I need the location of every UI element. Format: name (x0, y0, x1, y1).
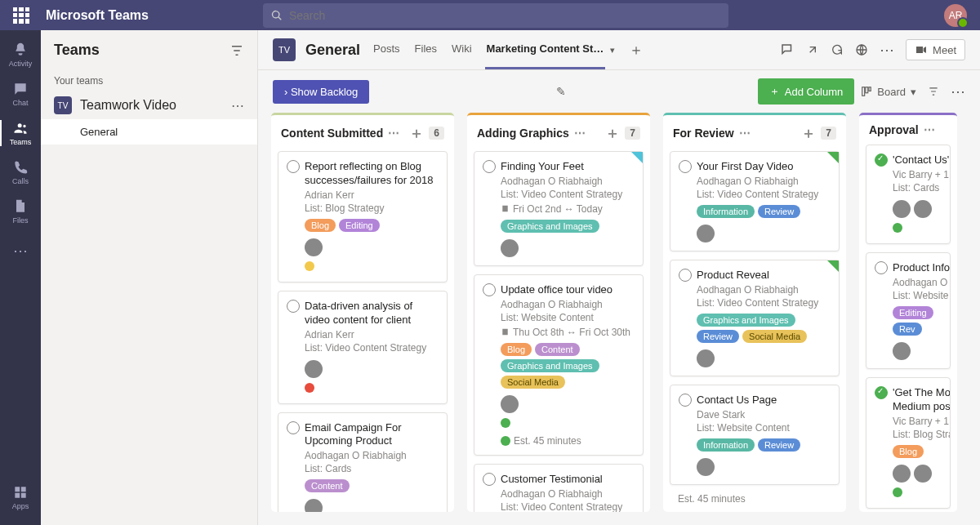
user-avatar[interactable]: AR (944, 4, 967, 27)
tab-chevron-icon[interactable]: ▾ (610, 45, 615, 56)
card-list: List: Website Co (893, 290, 942, 301)
popout-icon[interactable] (806, 43, 819, 56)
complete-toggle[interactable] (679, 394, 692, 407)
assignee-avatar[interactable] (697, 225, 715, 242)
task-card[interactable]: Product RevealAodhagan O RiabhaighList: … (670, 260, 840, 376)
card-title: Product Inform (893, 261, 942, 275)
tag: Information (697, 205, 755, 218)
column-body: Finding Your FeetAodhagan O RiabhaighLis… (467, 151, 650, 512)
channel-title: General (305, 42, 360, 59)
complete-toggle[interactable] (287, 421, 300, 434)
assignee-avatar[interactable] (893, 465, 911, 483)
tab-marketing[interactable]: Marketing Content St… (485, 30, 606, 69)
tag-row: InformationReview (697, 205, 831, 218)
complete-toggle[interactable] (287, 160, 300, 173)
column-add-icon[interactable]: ＋ (409, 123, 424, 143)
tab-wiki[interactable]: Wiki (450, 30, 474, 69)
complete-toggle[interactable] (287, 300, 300, 313)
assignee-avatar[interactable] (914, 200, 932, 218)
tag: Information (697, 438, 755, 452)
card-list: List: Video Content Strategy (305, 342, 439, 354)
team-name: Teamwork Video (80, 98, 176, 113)
app-launcher-icon[interactable] (13, 7, 29, 24)
filter-icon[interactable] (229, 43, 244, 58)
task-card[interactable]: Your First Day VideoAodhagan O Riabhaigh… (670, 151, 840, 251)
column-count: 6 (429, 127, 444, 140)
task-card[interactable]: 'Contact Us' forVic Barry + 1 othList: C… (866, 145, 951, 244)
assignee-avatar[interactable] (305, 499, 323, 512)
rail-more[interactable]: ⋯ (0, 231, 41, 270)
complete-toggle[interactable] (483, 160, 496, 173)
meet-button[interactable]: Meet (906, 39, 965, 60)
complete-toggle[interactable] (875, 386, 888, 399)
card-list: List: Video Content Strategy (697, 297, 831, 309)
show-backlog-button[interactable]: › Show Backlog (273, 80, 369, 104)
assignee-avatar[interactable] (893, 342, 911, 360)
tab-posts[interactable]: Posts (372, 30, 402, 69)
complete-toggle[interactable] (875, 153, 888, 167)
task-card[interactable]: Finding Your FeetAodhagan O RiabhaighLis… (474, 151, 644, 266)
reply-icon[interactable] (780, 42, 795, 57)
team-row[interactable]: TV Teamwork Video ⋯ (41, 91, 257, 119)
search-input[interactable] (289, 9, 720, 22)
rail-files[interactable]: Files (0, 192, 41, 231)
assignee-avatar[interactable] (305, 238, 323, 256)
assignee-avatar[interactable] (305, 360, 323, 378)
assignee-avatar[interactable] (893, 200, 911, 218)
card-list: List: Blog Strategy (305, 202, 439, 214)
column-title: For Review (673, 127, 734, 140)
assignee-avatar[interactable] (914, 465, 932, 483)
task-card[interactable]: Customer TestimonialAodhagan O Riabhaigh… (474, 464, 644, 512)
assignee-avatar[interactable] (501, 239, 519, 257)
complete-toggle[interactable] (483, 283, 496, 296)
complete-toggle[interactable] (483, 473, 496, 486)
tab-files[interactable]: Files (413, 30, 439, 69)
complete-toggle[interactable] (679, 269, 692, 282)
column-more-icon[interactable]: ⋯ (739, 127, 751, 140)
rail-apps[interactable]: Apps (0, 478, 41, 517)
view-selector[interactable]: Board ▾ (861, 86, 916, 98)
board-more-icon[interactable]: ⋯ (951, 82, 965, 100)
filter-board-icon[interactable] (928, 86, 939, 97)
card-title: Customer Testimonial (501, 473, 635, 487)
task-card[interactable]: 'Get The Most CMedium postVic Barry + 1 … (866, 377, 951, 509)
column-more-icon[interactable]: ⋯ (924, 123, 935, 136)
column-more-icon[interactable]: ⋯ (388, 127, 399, 140)
column-more-icon[interactable]: ⋯ (574, 127, 586, 140)
assignee-avatar[interactable] (697, 458, 715, 476)
rail-calls[interactable]: Calls (0, 153, 41, 192)
tag-row: EditingRev (893, 306, 942, 336)
task-card[interactable]: Report reflecting on Blog successes/fail… (278, 151, 448, 283)
complete-toggle[interactable] (679, 160, 692, 173)
card-assignee: Aodhagan O Riabhaigh (305, 450, 439, 461)
card-title: Product Reveal (697, 269, 831, 283)
task-card[interactable]: Update office tour videoAodhagan O Riabh… (474, 274, 644, 456)
refresh-icon[interactable] (831, 43, 844, 56)
main-content: TV General Posts Files Wiki Marketing Co… (258, 30, 980, 525)
complete-toggle[interactable] (875, 261, 888, 274)
channel-general[interactable]: General (41, 119, 257, 145)
header-more-icon[interactable]: ⋯ (880, 41, 894, 59)
card-assignee: Dave Stark (697, 409, 831, 420)
column-add-icon[interactable]: ＋ (605, 123, 620, 143)
task-card[interactable]: Product InformAodhagan O RiaList: Websit… (866, 252, 951, 369)
rail-teams[interactable]: Teams (0, 113, 41, 153)
video-icon (915, 43, 928, 56)
team-more-icon[interactable]: ⋯ (231, 98, 244, 113)
add-column-button[interactable]: ＋ Add Column (758, 78, 855, 105)
task-card[interactable]: Data-driven analysis of video content fo… (278, 291, 448, 404)
task-card[interactable]: Contact Us PageDave StarkList: Website C… (670, 385, 840, 485)
card-assignee: Aodhagan O Riabhaigh (697, 284, 831, 296)
search-box[interactable] (263, 3, 728, 28)
rail-activity[interactable]: Activity (0, 35, 41, 74)
top-bar: Microsoft Teams AR (0, 0, 980, 30)
rail-chat[interactable]: Chat (0, 74, 41, 113)
assignee-avatar[interactable] (697, 349, 715, 367)
edit-icon[interactable]: ✎ (556, 85, 566, 98)
globe-icon[interactable] (855, 43, 868, 56)
column-add-icon[interactable]: ＋ (801, 123, 816, 143)
tag-row: BlogEditing (305, 219, 439, 232)
assignee-avatar[interactable] (501, 395, 519, 413)
add-tab-button[interactable]: ＋ (626, 40, 646, 60)
task-card[interactable]: Email Campaign For Upcoming ProductAodha… (278, 412, 448, 512)
